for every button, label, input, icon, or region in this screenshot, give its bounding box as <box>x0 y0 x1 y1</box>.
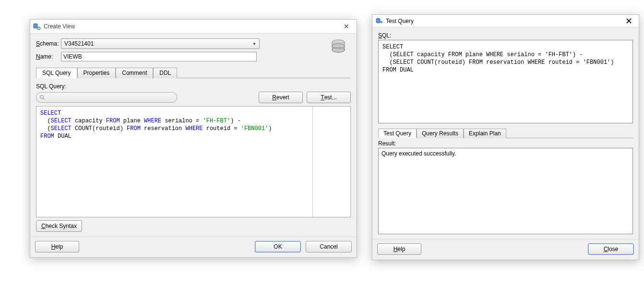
close-icon[interactable]: ✕ <box>621 16 636 26</box>
test-query-tabs: Test Query Query Results Explain Plan <box>378 128 633 138</box>
sql-editor-content: SELECT (SELECT capacity FROM plane WHERE… <box>40 109 272 214</box>
chevron-down-icon: ▼ <box>252 42 256 46</box>
schema-select[interactable]: V34521401 ▼ <box>61 38 260 49</box>
create-view-footer: Help OK Cancel <box>30 237 357 257</box>
result-text: Query executed successfully. <box>382 150 456 157</box>
sql-label: SQL: <box>378 32 633 39</box>
create-view-titlebar[interactable]: Create View ✕ <box>30 20 357 34</box>
db-view-icon <box>33 23 41 30</box>
schema-value: V34521401 <box>64 40 94 47</box>
ok-button[interactable]: OK <box>255 241 301 252</box>
schema-label: Schema: <box>36 40 61 47</box>
editor-divider <box>312 107 313 217</box>
close-icon[interactable]: ✕ <box>339 22 354 31</box>
result-box[interactable]: Query executed successfully. <box>378 148 633 234</box>
tab-comment[interactable]: Comment <box>116 68 153 78</box>
test-query-footer: Help Close <box>372 239 639 260</box>
name-input[interactable] <box>61 52 257 61</box>
cancel-button[interactable]: Cancel <box>306 241 352 252</box>
result-label: Result: <box>378 140 633 147</box>
revert-button[interactable]: Revert <box>259 92 303 103</box>
search-icon <box>39 95 45 100</box>
create-view-body: Schema: V34521401 ▼ Name: SQL Query Prop… <box>30 34 357 237</box>
db-query-icon <box>375 17 383 25</box>
sql-query-label: SQL Query: <box>36 83 351 90</box>
help-button[interactable]: Help <box>35 241 79 252</box>
sql-toolbar: Revert Test... <box>36 92 351 103</box>
tab-query-results[interactable]: Query Results <box>417 129 464 138</box>
database-icon <box>330 38 347 56</box>
tab-test-query[interactable]: Test Query <box>378 129 417 138</box>
close-button[interactable]: Close <box>588 243 634 255</box>
search-input[interactable] <box>36 92 177 103</box>
tab-properties[interactable]: Properties <box>77 68 116 78</box>
create-view-dialog: Create View ✕ Schema: V34521401 ▼ Name: … <box>30 19 357 258</box>
tab-body-sql-query: SQL Query: Revert Test... SELECT (SELECT… <box>36 78 351 232</box>
test-button[interactable]: Test... <box>307 92 351 103</box>
name-row: Name: <box>36 52 351 61</box>
schema-row: Schema: V34521401 ▼ <box>36 38 351 49</box>
sql-readonly-editor[interactable]: SELECT (SELECT capacity FROM plane WHERE… <box>378 40 633 123</box>
tab-ddl[interactable]: DDL <box>153 68 177 78</box>
sql-editor[interactable]: SELECT (SELECT capacity FROM plane WHERE… <box>36 106 351 217</box>
svg-point-11 <box>376 21 380 23</box>
help-button[interactable]: Help <box>377 243 421 255</box>
svg-line-8 <box>43 98 45 100</box>
check-syntax-row: Check Syntax <box>36 220 351 232</box>
test-query-body: SQL: SELECT (SELECT capacity FROM plane … <box>372 27 639 239</box>
test-query-titlebar[interactable]: Test Query ✕ <box>372 15 639 27</box>
create-view-title: Create View <box>44 23 339 30</box>
test-query-title: Test Query <box>386 18 621 24</box>
svg-point-7 <box>40 96 44 99</box>
check-syntax-button[interactable]: Check Syntax <box>36 220 82 232</box>
tab-explain-plan[interactable]: Explain Plan <box>464 129 506 138</box>
name-label: Name: <box>36 53 61 60</box>
create-view-tabs: SQL Query Properties Comment DDL <box>36 67 351 78</box>
tab-sql-query[interactable]: SQL Query <box>36 68 77 78</box>
svg-point-2 <box>34 26 37 28</box>
test-query-dialog: Test Query ✕ SQL: SELECT (SELECT capacit… <box>372 14 639 260</box>
